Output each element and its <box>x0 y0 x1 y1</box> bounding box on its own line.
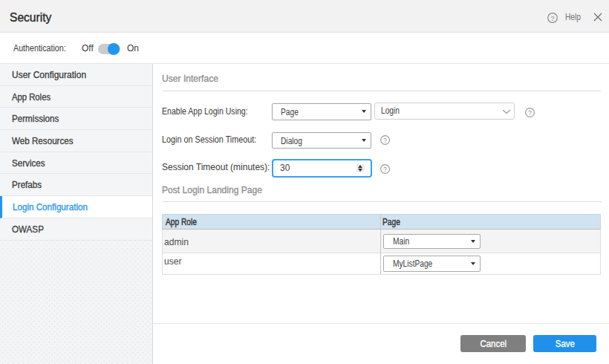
svg-text:?: ? <box>383 137 387 144</box>
svg-text:?: ? <box>550 14 554 22</box>
svg-text:?: ? <box>528 109 532 117</box>
svg-text:?: ? <box>383 166 387 173</box>
